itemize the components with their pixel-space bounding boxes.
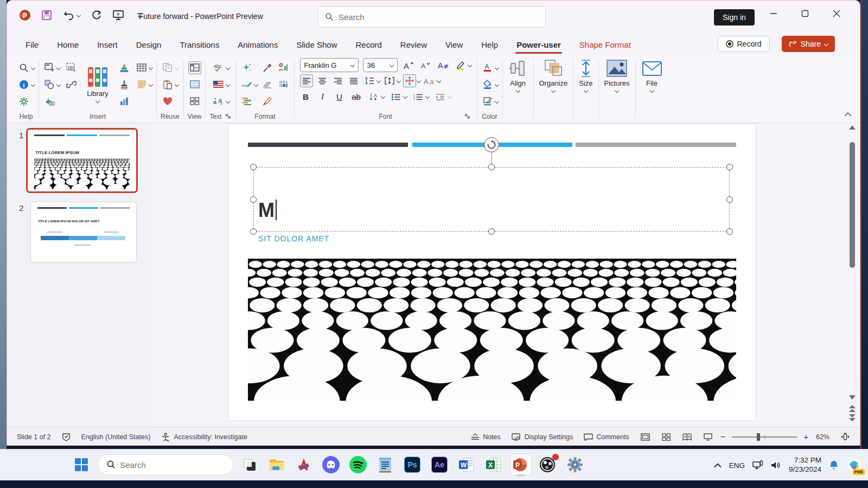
- minimize-button[interactable]: [758, 1, 789, 27]
- font-name-combobox[interactable]: Franklin G: [300, 58, 359, 72]
- shape-fill-icon[interactable]: [481, 78, 494, 91]
- slideshow-view-button[interactable]: [698, 427, 718, 446]
- screenshot-icon[interactable]: [65, 61, 78, 74]
- text-direction-dropdown-icon[interactable]: [396, 79, 400, 83]
- align-center-icon[interactable]: [316, 74, 329, 87]
- resize-handle-top-center[interactable]: [488, 164, 495, 170]
- shape-outline-icon[interactable]: [481, 95, 494, 108]
- proofing-icon[interactable]: [56, 427, 76, 446]
- zoom-slider[interactable]: [732, 436, 797, 438]
- draw-pen-icon[interactable]: [240, 78, 253, 91]
- underline-button[interactable]: U: [334, 92, 346, 101]
- slide-sorter-view-button[interactable]: [656, 427, 676, 446]
- scroll-down-icon[interactable]: [849, 395, 856, 400]
- language-dropdown-icon[interactable]: [226, 82, 230, 86]
- settings-icon[interactable]: [564, 454, 586, 476]
- resize-handle-top-left[interactable]: [250, 164, 257, 170]
- obs-icon[interactable]: [537, 454, 559, 476]
- sort-text-icon[interactable]: A: [367, 90, 380, 103]
- redo-button[interactable]: [90, 8, 104, 22]
- share-button[interactable]: Share: [782, 36, 835, 52]
- tray-language[interactable]: ENG: [729, 461, 745, 470]
- slide-editing-surface[interactable]: M SIT DOLOR AMET: [228, 124, 756, 420]
- copy-dropdown-icon[interactable]: [175, 65, 179, 69]
- spellcheck-dropdown-icon[interactable]: [226, 65, 230, 69]
- slide-dots-image[interactable]: [248, 259, 736, 401]
- resize-handle-middle-left[interactable]: [250, 196, 257, 203]
- bullets-dropdown-icon[interactable]: [403, 94, 407, 99]
- spotify-icon[interactable]: [347, 454, 369, 476]
- paste-dropdown-icon[interactable]: [175, 82, 179, 86]
- justify-icon[interactable]: [347, 74, 360, 87]
- search-input[interactable]: [339, 12, 539, 22]
- smartart-pyramid-icon[interactable]: [118, 61, 131, 74]
- language-flag-icon[interactable]: [212, 78, 225, 91]
- language-status[interactable]: English (United States): [76, 427, 156, 446]
- file-explorer-icon[interactable]: [266, 454, 288, 476]
- word-icon[interactable]: W: [456, 454, 477, 476]
- format-painter-icon[interactable]: [261, 95, 274, 108]
- size-button[interactable]: Size: [575, 57, 597, 123]
- autofit-dropdown-icon[interactable]: [416, 79, 420, 83]
- new-slide-icon[interactable]: [43, 61, 56, 74]
- eyedropper-icon[interactable]: [261, 61, 274, 74]
- decrease-font-size-icon[interactable]: A: [419, 59, 432, 72]
- stamp-icon[interactable]: [118, 78, 131, 91]
- autofit-icon[interactable]: [403, 74, 416, 87]
- tab-animations[interactable]: Animations: [237, 38, 279, 52]
- align-button[interactable]: Align: [504, 57, 532, 123]
- sign-in-button[interactable]: Sign in: [714, 9, 755, 25]
- heart-icon[interactable]: [161, 95, 174, 108]
- notes-button[interactable]: Notes: [465, 427, 506, 446]
- info-icon[interactable]: i: [17, 78, 30, 91]
- eraser-icon[interactable]: [261, 78, 274, 91]
- line-spacing-dropdown-icon[interactable]: [376, 79, 380, 83]
- file-button[interactable]: File: [637, 57, 667, 123]
- tab-home[interactable]: Home: [56, 38, 80, 52]
- resize-handle-middle-right[interactable]: [726, 196, 733, 203]
- normal-view-button[interactable]: [635, 427, 656, 446]
- powerpoint-taskbar-icon[interactable]: P: [510, 454, 532, 476]
- change-case-icon[interactable]: Aa: [423, 74, 436, 87]
- photoshop-icon[interactable]: Ps: [401, 454, 423, 476]
- tab-view[interactable]: View: [444, 38, 464, 52]
- search-dropdown-icon[interactable]: [31, 65, 35, 69]
- previous-slide-button[interactable]: [849, 405, 856, 412]
- after-effects-icon[interactable]: Ae: [429, 454, 450, 476]
- tab-power-user[interactable]: Power-user: [515, 38, 562, 52]
- resize-handle-top-right[interactable]: [726, 164, 733, 170]
- text-direction-icon[interactable]: [383, 74, 396, 87]
- task-view-button[interactable]: [239, 454, 260, 476]
- layout-chart-icon[interactable]: [277, 78, 290, 91]
- slide-sorter-icon[interactable]: [188, 95, 201, 108]
- slide-bar-dark[interactable]: [248, 143, 408, 147]
- new-slide-dropdown-icon[interactable]: [56, 65, 61, 69]
- notepad-icon[interactable]: [374, 454, 396, 476]
- people-chart-icon[interactable]: [277, 61, 290, 74]
- font-size-combobox[interactable]: 36: [363, 58, 398, 72]
- text-dialog-launcher-icon[interactable]: [225, 113, 232, 120]
- align-right-icon[interactable]: [331, 74, 344, 87]
- sticky-note-dropdown-icon[interactable]: [149, 82, 153, 86]
- change-case-dropdown-icon[interactable]: [436, 79, 441, 83]
- scrollbar-track[interactable]: [850, 132, 855, 393]
- clear-formatting-icon[interactable]: A: [437, 59, 450, 72]
- comments-button[interactable]: Comments: [578, 427, 634, 446]
- discord-icon[interactable]: [320, 454, 342, 476]
- organize-button[interactable]: Organize: [535, 57, 572, 123]
- shapes-dropdown-icon[interactable]: [56, 82, 61, 86]
- tray-chevron-up-icon[interactable]: [714, 463, 722, 468]
- zoom-in-button[interactable]: +: [801, 427, 810, 446]
- bullets-icon[interactable]: [390, 90, 403, 103]
- taskbar-search-box[interactable]: [98, 454, 233, 475]
- vertical-scrollbar[interactable]: [848, 125, 857, 421]
- tab-record[interactable]: Record: [354, 38, 382, 52]
- display-settings-button[interactable]: Display Settings: [506, 427, 579, 446]
- taskbar-search-input[interactable]: [120, 460, 224, 470]
- highlight-dropdown-icon[interactable]: [467, 63, 471, 67]
- font-dialog-launcher-icon[interactable]: [464, 113, 471, 120]
- line-spacing-icon[interactable]: [363, 74, 376, 87]
- scrollbar-thumb[interactable]: [850, 142, 855, 267]
- tab-slide-show[interactable]: Slide Show: [295, 38, 338, 52]
- shape-fill-dropdown-icon[interactable]: [494, 82, 499, 86]
